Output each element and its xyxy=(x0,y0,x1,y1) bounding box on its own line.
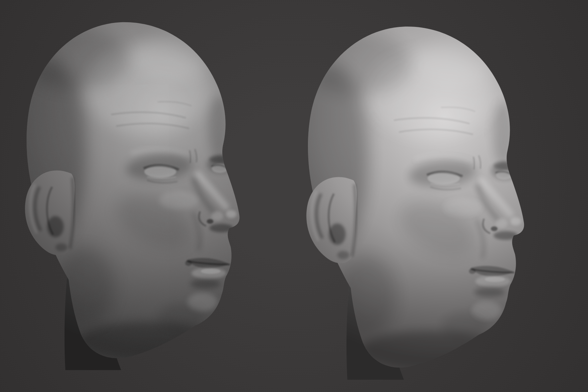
sculpt-canvas xyxy=(0,0,588,392)
viewport-canvas xyxy=(0,0,588,392)
